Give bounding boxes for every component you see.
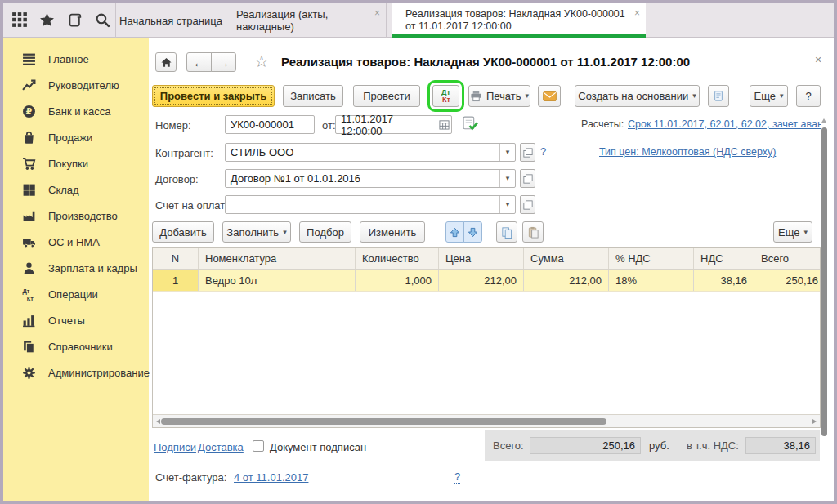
sidebar-item-operations[interactable]: ДтКт Операции [3,281,149,307]
related-documents-button[interactable] [708,85,729,107]
close-icon[interactable]: × [374,8,380,18]
email-button[interactable] [538,85,561,107]
move-row-down-button[interactable] [463,221,482,243]
sidebar-item-salary[interactable]: Зарплата и кадры [3,255,149,281]
cell-nomenclature: Ведро 10л [199,270,356,291]
document-signed-checkbox[interactable] [253,440,264,452]
column-header[interactable]: N [153,248,199,269]
button-label: Провести [363,90,410,102]
sidebar-item-production[interactable]: Производство [3,203,149,229]
document-posted-status-icon[interactable] [462,115,479,132]
sidebar-item-reports[interactable]: Отчеты [3,307,149,333]
more-button[interactable]: Еще ▾ [750,85,788,107]
delivery-link[interactable]: Доставка [198,441,244,453]
payment-invoice-dropdown-button[interactable]: ▾ [499,196,515,213]
back-button[interactable]: ← [186,52,212,72]
contractor-help-link[interactable]: ? [540,146,546,158]
sidebar-item-main[interactable]: Главное [3,46,149,72]
gear-icon [22,366,36,380]
sidebar-item-label: Склад [48,184,79,196]
contract-dropdown-button[interactable]: ▾ [499,170,515,187]
cell-quantity: 1,000 [356,270,439,291]
column-header[interactable]: НДС [694,248,754,269]
vertical-scrollbar[interactable] [820,117,829,449]
sidebar-item-administration[interactable]: Администрирование [3,359,149,386]
dt-kt-icon: ДтКт [22,288,36,301]
payment-invoice-open-button[interactable] [520,195,535,214]
scroll-right-arrow-icon[interactable] [812,419,817,424]
sidebar-item-directories[interactable]: Справочники [3,333,149,359]
horizontal-scrollbar[interactable] [153,414,820,427]
table-row[interactable]: 1 Ведро 10л 1,000 212,00 212,00 18% 38,1… [153,270,820,292]
chevron-down-icon: ▾ [283,229,287,236]
horizontal-scrollbar-thumb[interactable] [161,418,606,425]
contractor-input[interactable]: СТИЛЬ ООО ▾ [225,143,516,162]
paste-button[interactable] [522,221,544,243]
save-button[interactable]: Записать [283,85,343,107]
invoice-link[interactable]: 4 от 11.01.2017 [234,471,308,484]
home-icon [160,56,172,69]
sidebar-item-label: ОС и НМА [48,236,100,248]
number-input[interactable]: УК00-000001 [225,115,315,134]
sidebar-item-warehouse[interactable]: Склад [3,176,149,203]
chevron-down-icon: ▾ [803,229,808,236]
active-tab-indicator [392,34,646,38]
tab-current-document[interactable]: Реализация товаров: Накладная УК00-00000… [392,3,646,38]
post-and-close-button[interactable]: Провести и закрыть [152,85,275,107]
column-header[interactable]: Сумма [524,248,609,269]
invoice-help-link[interactable]: ? [454,471,460,484]
add-row-button[interactable]: Добавить [152,221,214,243]
payment-invoice-input[interactable]: ▾ [225,195,516,214]
settlements-link[interactable]: Срок 11.01.2017, 62.01, 62.02, зачет ава… [628,118,821,130]
forward-button[interactable]: → [211,52,236,72]
column-header[interactable]: Цена [439,248,524,269]
history-scroll-icon[interactable] [67,12,83,29]
help-button[interactable]: ? [796,85,821,107]
sidebar-item-manager[interactable]: Руководителю [3,72,149,98]
edit-button[interactable]: Изменить [360,221,425,243]
price-type-link[interactable]: Тип цен: Мелкооптовая (НДС сверху) [599,146,776,158]
sidebar-item-os-nma[interactable]: ОС и НМА [3,229,149,255]
cell-sum: 212,00 [524,270,609,291]
home-button[interactable] [155,52,177,72]
create-based-on-button[interactable]: Создать на основании ▾ [575,85,700,107]
close-icon[interactable]: × [634,8,640,18]
contractor-dropdown-button[interactable]: ▾ [499,144,515,161]
close-icon[interactable]: × [815,53,821,66]
column-header[interactable]: Количество [356,248,439,269]
pick-button[interactable]: Подбор [299,221,351,243]
contract-open-button[interactable] [520,169,535,188]
print-button[interactable]: Печать ▾ [468,85,530,107]
main-menu-grid-icon[interactable] [11,11,28,28]
cell-vat-rate: 18% [609,270,694,291]
calendar-picker-button[interactable] [436,116,451,133]
search-icon[interactable] [95,12,111,29]
signatures-link[interactable]: Подписи [154,441,196,453]
scroll-left-arrow-icon[interactable] [156,419,160,424]
tab-home-page[interactable]: Начальная страница [115,3,226,38]
button-label: Подбор [307,226,344,239]
chevron-down-icon: ▾ [526,92,530,100]
column-header[interactable]: Всего [754,248,820,269]
vertical-scrollbar-thumb[interactable] [821,127,827,436]
favorites-star-icon[interactable] [39,12,56,29]
column-header[interactable]: Номенклатура [199,248,356,269]
copy-button[interactable] [496,221,517,243]
sidebar-item-purchases[interactable]: Покупки [3,150,149,176]
fill-button[interactable]: Заполнить ▾ [222,221,291,243]
column-header[interactable]: % НДС [609,248,694,269]
move-row-up-button[interactable] [445,221,464,243]
open-list-icon [523,200,533,210]
sales-bag-icon [22,131,36,145]
post-button[interactable]: Провести [353,85,420,107]
favorite-star-outline-icon[interactable]: ☆ [254,51,269,71]
scroll-up-arrow-icon[interactable] [821,118,826,123]
sidebar-item-sales[interactable]: Продажи [3,124,149,150]
dt-kt-postings-button[interactable]: ДтКт [432,85,459,107]
contractor-open-button[interactable] [520,143,535,162]
contract-input[interactable]: Договор №1 от 01.01.2016 ▾ [225,169,516,188]
table-more-button[interactable]: Еще ▾ [773,221,812,243]
date-input[interactable]: 11.01.2017 12:00:00 [335,115,452,134]
sidebar-item-bank[interactable]: ₽ Банк и касса [3,98,149,124]
tab-sales-documents[interactable]: Реализация (акты, накладные) × [226,3,387,38]
